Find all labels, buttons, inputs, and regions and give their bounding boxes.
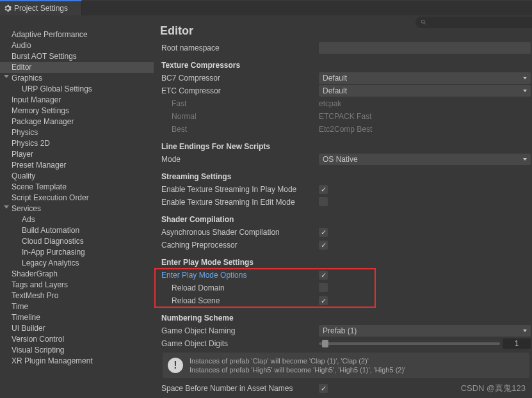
bc7-dropdown[interactable]: Default [319,72,531,84]
search-input[interactable] [415,17,532,28]
sidebar-item-quality[interactable]: Quality [0,171,154,182]
line-endings-heading: Line Endings For New Scripts [160,142,532,151]
caching-pre-checkbox[interactable] [319,241,328,250]
sidebar-item-tags-layers[interactable]: Tags and Layers [0,280,154,291]
sidebar-item-memory[interactable]: Memory Settings [0,106,154,116]
info-icon: ! [168,358,183,373]
normal-value: ETCPACK Fast [319,112,531,121]
shader-comp-heading: Shader Compilation [160,215,532,224]
svg-point-0 [421,20,424,23]
sidebar-item-ui-builder[interactable]: UI Builder [0,323,154,334]
search-icon [421,19,427,26]
sidebar-item-build-automation[interactable]: Build Automation [0,225,154,236]
sidebar-item-textmeshpro[interactable]: TextMesh Pro [0,291,154,301]
sidebar-item-version-control[interactable]: Version Control [0,334,154,345]
enable-tex-edit-label: Enable Texture Streaming In Edit Mode [160,198,319,207]
window-title: Project Settings [14,4,68,13]
game-obj-digits-label: Game Object Digits [160,339,319,348]
sidebar-item-burst-aot[interactable]: Burst AOT Settings [0,51,154,62]
sidebar-item-audio[interactable]: Audio [0,40,154,51]
sidebar-item-package-manager[interactable]: Package Manager [0,116,154,127]
sidebar-item-preset-manager[interactable]: Preset Manager [0,160,154,171]
texture-compressors-heading: Texture Compressors [160,61,532,70]
info-line-1: Instances of prefab 'Clap' will become '… [189,356,405,365]
editor-settings-panel: Editor Root namespace Texture Compressor… [154,15,532,398]
game-obj-naming-label: Game Object Naming [160,326,319,335]
sidebar-item-ads[interactable]: Ads [0,214,154,225]
sidebar-item-script-exec-order[interactable]: Script Execution Order [0,193,154,203]
chevron-down-icon [4,205,9,209]
sidebar-item-physics-2d[interactable]: Physics 2D [0,138,154,149]
async-shader-label: Asynchronous Shader Compilation [160,228,319,237]
numbering-heading: Numbering Scheme [160,314,532,322]
mode-label: Mode [160,155,319,164]
gear-icon [4,4,12,12]
sidebar-item-editor[interactable]: Editor [0,62,154,73]
fast-value: etcpak [319,99,531,108]
sidebar-item-physics[interactable]: Physics [0,127,154,138]
sidebar-item-xr-plugin[interactable]: XR Plugin Management [0,356,154,367]
sidebar-item-legacy-analytics[interactable]: Legacy Analytics [0,258,154,269]
enable-tex-play-checkbox[interactable] [319,185,328,194]
sidebar-item-shadergraph[interactable]: ShaderGraph [0,269,154,280]
watermark: CSDN @真鬼123 [461,383,526,394]
sidebar-item-scene-template[interactable]: Scene Template [0,182,154,193]
root-namespace-label: Root namespace [160,44,319,52]
sidebar-item-services[interactable]: Services [0,203,154,214]
enable-tex-play-label: Enable Texture Streaming In Play Mode [160,185,319,194]
async-shader-checkbox[interactable] [319,228,328,237]
enter-play-heading: Enter Play Mode Settings [160,258,532,267]
best-value: Etc2Comp Best [319,125,531,134]
sidebar-item-timeline[interactable]: Timeline [0,312,154,323]
root-namespace-input[interactable] [319,42,531,54]
space-before-checkbox[interactable] [319,384,328,393]
info-line-2: Instances of prefab 'High5' will become … [189,365,405,374]
sidebar-item-visual-scripting[interactable]: Visual Scripting [0,345,154,356]
best-label: Best [160,125,319,134]
sidebar-item-iap[interactable]: In-App Purchasing [0,247,154,258]
caching-pre-label: Caching Preprocessor [160,241,319,250]
game-obj-naming-dropdown[interactable]: Prefab (1) [319,325,531,337]
sidebar-item-adaptive-performance[interactable]: Adaptive Performance [0,29,154,40]
settings-sidebar: Adaptive Performance Audio Burst AOT Set… [0,15,154,398]
space-before-label: Space Before Number in Asset Names [160,384,319,393]
normal-label: Normal [160,112,319,121]
numbering-info-box: ! Instances of prefab 'Clap' will become… [163,353,529,378]
sidebar-item-cloud-diagnostics[interactable]: Cloud Diagnostics [0,236,154,247]
chevron-down-icon [523,90,527,92]
sidebar-item-input-manager[interactable]: Input Manager [0,95,154,106]
game-obj-digits-value[interactable]: 1 [503,338,531,349]
chevron-down-icon [523,158,527,161]
chevron-down-icon [523,330,527,332]
svg-line-1 [424,23,426,25]
bc7-label: BC7 Compressor [160,74,319,83]
chevron-down-icon [523,77,527,79]
chevron-down-icon [4,75,9,78]
etc-label: ETC Compressor [160,86,319,95]
window-tab[interactable]: Project Settings [0,0,82,15]
slider-thumb[interactable] [322,340,328,347]
mode-dropdown[interactable]: OS Native [319,154,531,165]
sidebar-item-player[interactable]: Player [0,149,154,160]
sidebar-item-graphics[interactable]: Graphics [0,73,154,84]
etc-dropdown[interactable]: Default [319,85,531,97]
game-obj-digits-slider[interactable] [319,342,500,345]
sidebar-item-urp-global[interactable]: URP Global Settings [0,84,154,95]
sidebar-item-time[interactable]: Time [0,301,154,312]
enable-tex-edit-checkbox[interactable] [319,197,328,206]
highlight-annotation [154,268,376,308]
fast-label: Fast [160,99,319,108]
streaming-heading: Streaming Settings [160,172,532,181]
